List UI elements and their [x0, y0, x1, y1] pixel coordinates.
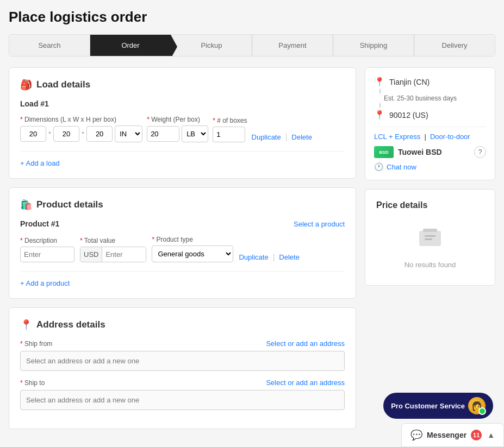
price-title: Price details: [376, 200, 484, 210]
load-number: Load #1: [20, 99, 345, 108]
address-details-card: 📍 Address details * Ship from Select or …: [9, 307, 356, 429]
no-results-text: No results found: [405, 261, 456, 269]
step-payment[interactable]: Payment: [252, 35, 333, 56]
product-header: Product #1 Select a product: [20, 219, 345, 228]
route: 📍 Tianjin (CN) Est. 25-30 business days …: [374, 77, 486, 120]
messenger-icon: 💬: [410, 429, 422, 438]
product-type-field: * Product type General goods Electronics…: [152, 236, 233, 262]
pro-cs-avatar: 👩: [468, 397, 486, 414]
address-icon: 📍: [20, 319, 32, 331]
total-value-field: * Total value USD: [80, 237, 146, 262]
ship-from-label: * Ship from: [20, 340, 52, 348]
no-results-area: No results found: [376, 219, 484, 274]
currency-label: USD: [80, 247, 102, 262]
load-details-card: 🎒 Load details Load #1 * Dimensions (L x…: [9, 67, 356, 179]
est-days: Est. 25-30 business days: [384, 95, 457, 102]
messenger-badge: 11: [471, 430, 482, 438]
ship-from-header: * Ship from Select or add an address: [20, 339, 345, 348]
pro-customer-service-btn[interactable]: Pro Customer Service 👩: [383, 393, 493, 419]
destination-text: 90012 (US): [389, 111, 428, 119]
messenger-chevron-icon: ▲: [487, 431, 495, 438]
description-field: * Description: [20, 237, 74, 262]
no-results-icon: [416, 224, 444, 256]
step-search[interactable]: Search: [9, 35, 90, 56]
messenger-bar[interactable]: 💬 Messenger 11 ▲: [401, 423, 504, 438]
add-product-btn[interactable]: + Add a product: [20, 279, 70, 287]
ship-to-input[interactable]: [20, 390, 345, 410]
product-type-label: * Product type: [152, 236, 233, 243]
ship-from-select-btn[interactable]: Select or add an address: [266, 339, 345, 348]
step-delivery[interactable]: Delivery: [414, 35, 495, 56]
origin-text: Tianjin (CN): [389, 78, 430, 86]
origin-pin-icon: 📍: [374, 77, 385, 87]
dim-l-input[interactable]: [20, 126, 46, 142]
page-title: Place logistics order: [9, 9, 495, 26]
product-details-card: 🛍️ Product details Product #1 Select a p…: [9, 187, 356, 299]
load-duplicate-btn[interactable]: Duplicate: [252, 133, 281, 141]
svg-rect-1: [423, 229, 437, 232]
chat-icon: 🕐: [374, 162, 383, 171]
divider-1: [374, 127, 486, 127]
description-label: * Description: [20, 237, 74, 244]
product-fields: * Description * Total value USD: [20, 236, 345, 262]
messenger-label: Messenger: [427, 431, 466, 438]
boxes-label: * # of boxes: [213, 117, 247, 124]
total-value-label: * Total value: [80, 237, 146, 244]
value-input[interactable]: [102, 247, 146, 262]
address-details-title: 📍 Address details: [20, 319, 345, 331]
service-type: LCL + Express | Door-to-door: [374, 133, 486, 141]
weight-label: * Weight (Per box): [147, 116, 208, 123]
stepper: Search Order Pickup Payment Shipping Del…: [9, 34, 495, 56]
add-load-row: + Add a load: [20, 151, 345, 167]
dim-sep-1: *: [48, 130, 51, 138]
help-icon[interactable]: ?: [474, 146, 486, 158]
chat-now-btn[interactable]: 🕐 Chat now: [374, 162, 486, 171]
add-product-row: + Add a product: [20, 271, 345, 287]
value-input-wrap: USD: [80, 247, 146, 262]
ship-from-input[interactable]: [20, 351, 345, 371]
messenger-inner: 💬 Messenger 11: [410, 429, 482, 438]
price-details-card: Price details No results found: [365, 189, 495, 286]
carrier-row: BSD Tuowei BSD ?: [374, 146, 486, 158]
load-delete-btn[interactable]: Delete: [291, 133, 312, 141]
dim-h-input[interactable]: [86, 126, 113, 142]
product-icon: 🛍️: [20, 199, 32, 211]
boxes-field: * # of boxes: [213, 117, 247, 142]
carrier-logo: BSD: [374, 146, 394, 158]
step-order[interactable]: Order: [90, 35, 171, 56]
weight-input[interactable]: [147, 126, 179, 142]
step-pickup[interactable]: Pickup: [171, 35, 252, 56]
shipment-info-card: 📍 Tianjin (CN) Est. 25-30 business days …: [365, 67, 495, 180]
product-delete-btn[interactable]: Delete: [279, 253, 300, 261]
dim-unit-select[interactable]: IN CM: [115, 125, 142, 142]
dimensions-field: * Dimensions (L x W x H per box) * * IN …: [20, 116, 142, 142]
select-product-btn[interactable]: Select a product: [294, 220, 345, 228]
svg-rect-2: [425, 235, 435, 237]
destination-pin-icon: 📍: [374, 110, 385, 120]
boxes-input[interactable]: [213, 127, 245, 142]
origin-item: 📍 Tianjin (CN): [374, 77, 486, 87]
load-icon: 🎒: [20, 79, 32, 91]
product-actions: Duplicate | Delete: [239, 253, 299, 262]
product-type-select[interactable]: General goods Electronics Clothing Food …: [152, 245, 233, 262]
product-details-title: 🛍️ Product details: [20, 199, 345, 211]
destination-item: 📍 90012 (US): [374, 110, 486, 120]
pro-cs-label: Pro Customer Service: [391, 402, 465, 410]
product-duplicate-btn[interactable]: Duplicate: [239, 253, 268, 261]
dim-sep-2: *: [82, 130, 84, 138]
dim-w-input[interactable]: [53, 126, 79, 142]
load-actions: Duplicate | Delete: [252, 133, 312, 142]
weight-unit-select[interactable]: LB KG: [182, 125, 208, 142]
description-input[interactable]: [20, 247, 74, 262]
step-shipping[interactable]: Shipping: [333, 35, 414, 56]
ship-to-label: * Ship to: [20, 379, 45, 387]
dimensions-label: * Dimensions (L x W x H per box): [20, 116, 142, 123]
weight-field: * Weight (Per box) LB KG: [147, 116, 208, 142]
svg-rect-3: [425, 238, 432, 240]
ship-from-group: * Ship from Select or add an address: [20, 339, 345, 371]
product-number: Product #1: [20, 219, 59, 228]
ship-to-group: * Ship to Select or add an address: [20, 379, 345, 410]
ship-to-select-btn[interactable]: Select or add an address: [266, 379, 345, 387]
carrier-name: Tuowei BSD: [398, 148, 470, 156]
add-load-btn[interactable]: + Add a load: [20, 159, 60, 167]
